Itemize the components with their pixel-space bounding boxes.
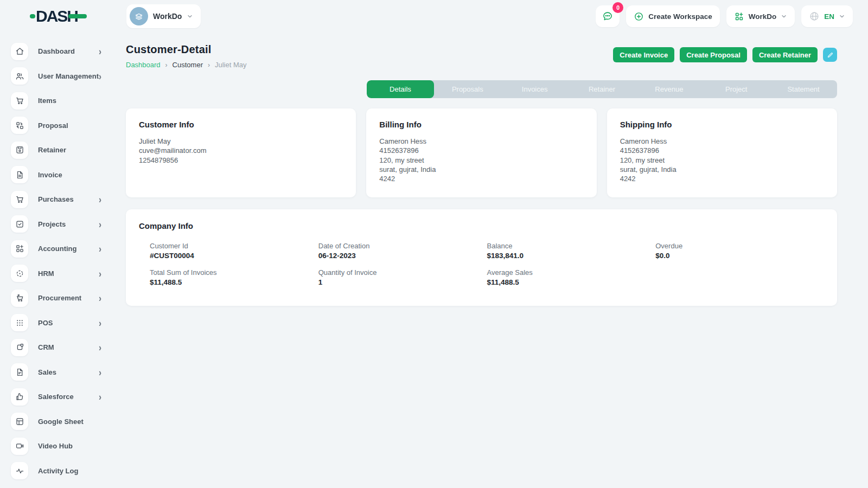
thumbs-up-icon: [11, 388, 28, 406]
shipping-name: Cameron Hess: [620, 137, 824, 146]
breadcrumb-current: Juliet May: [215, 61, 247, 69]
sidebar-item-crm[interactable]: CRM ›: [11, 335, 117, 360]
sidebar-item-user-management[interactable]: User Management ›: [11, 64, 117, 89]
sidebar-item-accounting[interactable]: Accounting ›: [11, 236, 117, 261]
home-icon: [11, 43, 28, 60]
billing-zip: 4242: [379, 174, 583, 183]
shipping-city: surat, gujrat, India: [620, 165, 824, 174]
field-total-sum-of-invoices: Total Sum of Invoices $11,488.5: [150, 268, 318, 286]
shipping-phone: 4152637896: [620, 146, 824, 155]
page-title: Customer-Detail: [126, 43, 247, 56]
chevron-right-icon: ›: [99, 194, 101, 205]
shipping-street: 120, my street: [620, 156, 824, 165]
field-customer-id: Customer Id #CUST00004: [150, 242, 318, 260]
create-proposal-button[interactable]: Create Proposal: [680, 47, 747, 62]
sidebar-item-sales[interactable]: Sales ›: [11, 360, 117, 385]
chevron-right-icon: ›: [99, 243, 101, 254]
main-content: Customer-Detail Dashboard › Customer › J…: [126, 33, 837, 306]
tab-details[interactable]: Details: [367, 80, 434, 98]
sidebar-item-purchases[interactable]: Purchases ›: [11, 187, 117, 212]
table-icon: [11, 413, 28, 430]
create-retainer-button[interactable]: Create Retainer: [752, 47, 818, 62]
card-title: Customer Info: [139, 120, 343, 129]
sidebar-item-proposal[interactable]: Proposal: [11, 113, 117, 138]
billing-info-card: Billing Info Cameron Hess 4152637896 120…: [366, 108, 596, 197]
tab-revenue[interactable]: Revenue: [635, 80, 703, 98]
building-icon: [130, 7, 148, 25]
plus-circle-icon: [634, 11, 644, 22]
sidebar-item-invoice[interactable]: Invoice: [11, 163, 117, 188]
file-icon: [11, 363, 28, 381]
sidebar-item-video-hub[interactable]: Video Hub: [11, 434, 117, 459]
breadcrumb-customer[interactable]: Customer: [173, 61, 203, 69]
sidebar-item-activity-log[interactable]: Activity Log: [11, 459, 117, 484]
globe-icon: [809, 11, 820, 22]
tab-invoices[interactable]: Invoices: [501, 80, 569, 98]
messages-button[interactable]: 0: [596, 5, 620, 27]
file-icon: [11, 166, 28, 183]
tab-statement[interactable]: Statement: [770, 80, 837, 98]
company-info-card: Company Info Customer Id #CUST00004 Date…: [126, 209, 837, 306]
top-header: DASH WorkDo 0 Create Workspace: [0, 0, 868, 33]
dash-logo[interactable]: DASH: [30, 7, 111, 25]
page-actions: Create Invoice Create Proposal Create Re…: [613, 47, 837, 62]
tab-project[interactable]: Project: [703, 80, 770, 98]
field-quantity-of-invoice: Quantity of Invoice 1: [318, 268, 487, 286]
customer-name: Juliet May: [139, 137, 343, 146]
detail-tabs: Details Proposals Invoices Retainer Reve…: [367, 80, 837, 98]
billing-phone: 4152637896: [379, 146, 583, 155]
edit-customer-button[interactable]: [823, 48, 837, 62]
field-date-of-creation: Date of Creation 06-12-2023: [318, 242, 487, 260]
shipping-info-card: Shipping Info Cameron Hess 4152637896 12…: [607, 108, 837, 197]
chevron-right-icon: ›: [99, 367, 101, 378]
create-invoice-button[interactable]: Create Invoice: [613, 47, 674, 62]
sidebar-item-dashboard[interactable]: Dashboard ›: [11, 39, 117, 64]
video-icon: [11, 438, 28, 455]
chat-icon: [602, 10, 614, 22]
workspace-menu-button[interactable]: WorkDo: [726, 5, 795, 27]
chevron-right-icon: ›: [99, 219, 101, 230]
language-code: EN: [824, 12, 834, 21]
header-actions: 0 Create Workspace WorkDo EN: [596, 5, 853, 27]
chevron-right-icon: ›: [99, 46, 101, 57]
workspace-switcher[interactable]: WorkDo: [126, 4, 201, 28]
pencil-icon: [827, 52, 834, 59]
sidebar-item-items[interactable]: Items: [11, 88, 117, 113]
sidebar-nav: Dashboard › User Management › Items Prop…: [0, 33, 117, 488]
grid-plus-icon: [734, 11, 744, 22]
logo-accent-bar: [68, 14, 87, 18]
tab-proposals[interactable]: Proposals: [434, 80, 501, 98]
customer-info-card: Customer Info Juliet May cuve@mailinator…: [126, 108, 356, 197]
sidebar-item-pos[interactable]: POS ›: [11, 311, 117, 336]
language-selector[interactable]: EN: [801, 5, 853, 27]
sidebar-item-projects[interactable]: Projects ›: [11, 212, 117, 237]
users-icon: [11, 67, 28, 85]
chevron-right-icon: ›: [99, 70, 101, 82]
sidebar-item-google-sheet[interactable]: Google Sheet: [11, 409, 117, 434]
sidebar-item-procurement[interactable]: Procurement ›: [11, 286, 117, 311]
sidebar-item-hrm[interactable]: HRM ›: [11, 261, 117, 286]
create-workspace-button[interactable]: Create Workspace: [626, 5, 720, 27]
check-square-icon: [11, 215, 28, 233]
dashed-circle-icon: [11, 265, 28, 282]
field-overdue: Overdue $0.0: [655, 242, 824, 260]
logo-accent-dot: [30, 14, 35, 18]
breadcrumb-dashboard[interactable]: Dashboard: [126, 61, 161, 69]
sidebar-item-retainer[interactable]: Retainer: [11, 138, 117, 163]
sidebar-item-salesforce[interactable]: Salesforce ›: [11, 384, 117, 409]
create-workspace-label: Create Workspace: [648, 12, 712, 21]
chevron-right-icon: ›: [165, 61, 168, 69]
frame-icon: [11, 339, 28, 356]
cart-flag-icon: [11, 290, 28, 307]
billing-street: 120, my street: [379, 156, 583, 165]
activity-icon: [11, 462, 28, 479]
billing-city: surat, gujrat, India: [379, 165, 583, 174]
tab-retainer[interactable]: Retainer: [569, 80, 636, 98]
cart-icon: [11, 92, 28, 110]
chevron-down-icon: [839, 13, 845, 20]
chevron-right-icon: ›: [99, 317, 101, 329]
swap-boxes-icon: [11, 117, 28, 134]
chevron-right-icon: ›: [99, 292, 101, 304]
chevron-right-icon: ›: [99, 342, 101, 353]
card-title: Billing Info: [379, 120, 583, 129]
